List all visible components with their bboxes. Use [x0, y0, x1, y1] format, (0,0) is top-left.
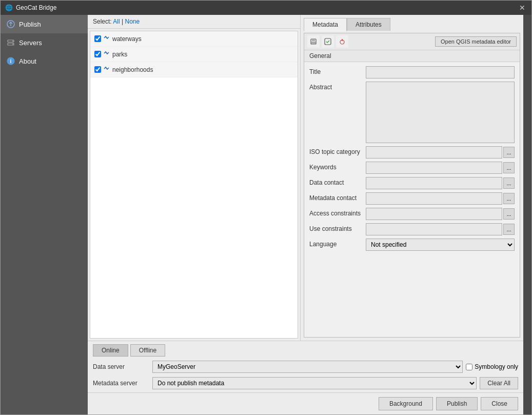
metadata-server-select[interactable]: Do not publish metadata GeoNetwork PyCSW	[152, 377, 477, 389]
metadata-server-row: Metadata server Do not publish metadata …	[93, 377, 518, 389]
form-row-keywords: Keywords ...	[309, 162, 515, 174]
layer-vector-icon-parks	[103, 50, 110, 58]
servers-icon	[7, 38, 15, 47]
keywords-browse-button[interactable]: ...	[503, 162, 515, 173]
sidebar-item-about[interactable]: i About	[1, 52, 88, 70]
tab-metadata[interactable]: Metadata	[304, 18, 347, 31]
metadata-contact-label: Metadata contact	[309, 192, 366, 202]
data-server-label: Data server	[93, 363, 149, 370]
layer-checkbox-waterways[interactable]	[94, 35, 101, 42]
content-area: Select: All | None waterways	[88, 15, 523, 414]
form-row-use-constraints: Use constraints ...	[309, 223, 515, 235]
access-constraints-input[interactable]	[366, 208, 502, 220]
form-row-abstract: Abstract	[309, 82, 515, 143]
app-title: GeoCat Bridge	[16, 4, 517, 11]
tab-content: Open QGIS metadata editor General Title	[304, 33, 520, 338]
layer-item-waterways[interactable]: waterways	[90, 31, 298, 47]
metadata-server-label: Metadata server	[93, 380, 149, 387]
tab-online[interactable]: Online	[93, 344, 128, 357]
close-button[interactable]: Close	[481, 397, 518, 410]
sidebar-publish-label: Publish	[19, 21, 41, 28]
layer-list: waterways parks	[90, 31, 298, 339]
svg-point-4	[12, 44, 13, 45]
main-layout: Publish Servers i	[1, 15, 531, 414]
svg-rect-8	[312, 39, 315, 41]
select-label: Select:	[93, 18, 112, 25]
background-button[interactable]: Background	[379, 397, 433, 410]
data-contact-browse-button[interactable]: ...	[503, 177, 515, 189]
use-constraints-label: Use constraints	[309, 223, 366, 232]
metadata-contact-browse-button[interactable]: ...	[503, 193, 515, 204]
layer-checkbox-parks[interactable]	[94, 51, 101, 57]
layer-vector-icon-waterways	[103, 34, 110, 43]
online-offline-tabs: Online Offline	[93, 344, 518, 357]
layer-item-parks[interactable]: parks	[90, 47, 298, 62]
metadata-panel: Metadata Attributes	[301, 15, 523, 341]
open-qgis-button[interactable]: Open QGIS metadata editor	[435, 36, 517, 47]
publish-icon	[7, 20, 15, 28]
data-server-select[interactable]: MyGeoServer GeoServer MapServer	[152, 361, 463, 373]
symbology-only-label: Symbology only	[475, 363, 518, 370]
use-constraints-browse-button[interactable]: ...	[503, 224, 515, 235]
form-row-data-contact: Data contact ...	[309, 177, 515, 189]
keywords-label: Keywords	[309, 162, 366, 171]
abstract-label: Abstract	[309, 82, 366, 91]
metadata-contact-input[interactable]	[366, 192, 502, 205]
general-tab-label: General	[304, 50, 520, 62]
use-constraints-input[interactable]	[366, 223, 502, 235]
form-row-metadata-contact: Metadata contact ...	[309, 192, 515, 205]
form-row-access-constraints: Access constraints ...	[309, 208, 515, 220]
app-icon: 🌐	[5, 4, 13, 12]
access-constraints-browse-button[interactable]: ...	[503, 208, 515, 220]
sidebar-servers-label: Servers	[19, 39, 42, 47]
keywords-input[interactable]	[366, 162, 502, 174]
validate-metadata-button[interactable]	[322, 35, 334, 48]
language-label: Language	[309, 239, 366, 248]
data-server-row: Data server MyGeoServer GeoServer MapSer…	[93, 361, 518, 373]
iso-topic-browse-button[interactable]: ...	[503, 147, 515, 158]
title-bar: 🌐 GeoCat Bridge ✕	[1, 1, 531, 15]
iso-topic-label: ISO topic category	[309, 146, 366, 155]
layer-name-neighborhoods: neighborhoods	[112, 66, 153, 73]
metadata-tabs: Metadata Attributes	[304, 18, 520, 31]
layer-item-neighborhoods[interactable]: neighborhoods	[90, 62, 298, 77]
close-window-button[interactable]: ✕	[517, 3, 527, 13]
data-contact-input[interactable]	[366, 177, 502, 189]
iso-topic-input[interactable]	[366, 146, 502, 159]
metadata-form: Title Abstract ISO topic category	[304, 62, 520, 337]
access-constraints-label: Access constraints	[309, 208, 366, 217]
abstract-input[interactable]	[366, 82, 515, 143]
bottom-section: Online Offline Data server MyGeoServer G…	[88, 341, 523, 392]
tab-attributes[interactable]: Attributes	[347, 18, 390, 31]
publish-button[interactable]: Publish	[436, 397, 478, 410]
action-bar: Background Publish Close	[88, 392, 523, 414]
tab-offline[interactable]: Offline	[130, 344, 165, 357]
svg-rect-9	[311, 42, 316, 44]
select-none-link[interactable]: None	[125, 18, 140, 25]
save-metadata-button[interactable]	[307, 35, 320, 48]
symbology-only-checkbox[interactable]: Symbology only	[466, 363, 518, 370]
select-all-link[interactable]: All	[113, 18, 120, 25]
clear-all-button[interactable]: Clear All	[480, 377, 518, 389]
power-button[interactable]	[336, 35, 348, 48]
sidebar-item-publish[interactable]: Publish	[1, 15, 88, 33]
title-label: Title	[309, 66, 366, 75]
data-contact-label: Data contact	[309, 177, 366, 186]
sidebar: Publish Servers i	[1, 15, 88, 414]
layer-vector-icon-neighborhoods	[103, 65, 110, 74]
form-row-iso: ISO topic category ...	[309, 146, 515, 159]
language-select[interactable]: Not specified English French Spanish Ger…	[366, 239, 515, 251]
about-icon: i	[7, 57, 15, 65]
layer-name-parks: parks	[112, 51, 127, 58]
layer-name-waterways: waterways	[112, 35, 142, 43]
right-edge	[523, 15, 531, 414]
sidebar-about-label: About	[19, 57, 36, 65]
main-window: 🌐 GeoCat Bridge ✕ Publish	[0, 0, 532, 415]
sidebar-item-servers[interactable]: Servers	[1, 33, 88, 52]
form-row-title: Title	[309, 66, 515, 78]
content-top: Select: All | None waterways	[88, 15, 523, 341]
layer-checkbox-neighborhoods[interactable]	[94, 66, 101, 73]
metadata-toolbar: Open QGIS metadata editor	[304, 33, 520, 50]
title-input[interactable]	[366, 66, 515, 78]
select-bar: Select: All | None	[88, 15, 300, 29]
